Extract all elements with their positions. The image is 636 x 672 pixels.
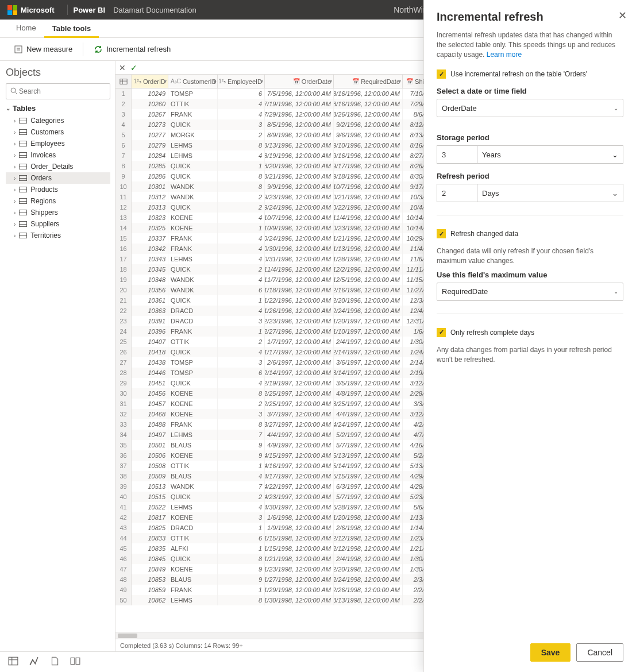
table-icon [19, 129, 27, 135]
table-icon [19, 164, 27, 169]
chevron-down-icon: ⌄ [6, 105, 10, 111]
app-name: Microsoft [21, 6, 55, 14]
chevron-right-icon: › [14, 210, 16, 216]
tree-item-suppliers[interactable]: ›Suppliers [6, 218, 110, 230]
max-field-label: Use this field's maximum value [437, 271, 623, 279]
complete-days-checkbox[interactable]: ✓ Only refresh complete days [437, 328, 623, 337]
objects-title: Objects [6, 67, 110, 79]
search-input[interactable] [6, 83, 110, 99]
chevron-right-icon: › [14, 129, 16, 136]
product-name: Power BI [74, 6, 106, 14]
svg-rect-5 [76, 658, 80, 664]
tree-item-customers[interactable]: ›Customers [6, 126, 110, 138]
accept-fx-icon[interactable]: ✓ [130, 63, 137, 72]
tree-item-orders[interactable]: ›Orders [6, 172, 110, 184]
changed-data-desc: Changed data will only refresh if your c… [437, 246, 623, 266]
svg-point-1 [11, 88, 16, 92]
refresh-changed-checkbox[interactable]: ✓ Refresh changed data [437, 229, 623, 238]
table-icon [19, 210, 27, 215]
ms-logo-icon [7, 5, 17, 15]
chevron-down-icon: ⌄ [614, 288, 618, 295]
refresh-period-label: Refresh period [437, 172, 623, 180]
table-icon [19, 175, 27, 181]
chevron-right-icon: › [14, 164, 16, 170]
max-field-select[interactable]: RequiredDate⌄ [437, 283, 623, 301]
col-orderid[interactable]: 1²₃OrderID▾ [132, 75, 168, 88]
tab-table-tools[interactable]: Table tools [44, 20, 99, 38]
doc-name: Datamart Documentation [113, 6, 196, 14]
tree-item-shippers[interactable]: ›Shippers [6, 207, 110, 218]
checkbox-icon: ✓ [437, 229, 446, 238]
use-incremental-checkbox[interactable]: ✓ Use incremental refresh on the table '… [437, 69, 623, 79]
date-field-select[interactable]: OrderDate⌄ [437, 99, 623, 117]
col-employeeid[interactable]: 1²₃EmployeeID▾ [218, 75, 265, 88]
table-icon [19, 152, 27, 158]
col-requireddate[interactable]: 📅RequiredDate▾ [334, 75, 403, 88]
objects-pane: Objects ⌄ Tables ›Categories›Customers›E… [0, 61, 115, 651]
cancel-fx-icon[interactable]: ✕ [119, 63, 126, 72]
table-icon [19, 221, 27, 227]
svg-rect-3 [9, 657, 18, 665]
measure-icon [14, 45, 23, 54]
col-customerid[interactable]: AᵦCCustomerID▾ [168, 75, 218, 88]
query-view-icon[interactable] [49, 656, 60, 668]
tree-item-regions[interactable]: ›Regions [6, 195, 110, 207]
visual-view-icon[interactable] [70, 656, 80, 668]
tree-item-territories[interactable]: ›Territories [6, 230, 110, 241]
table-icon [19, 141, 27, 146]
col-orderdate[interactable]: 📅OrderDate▾ [265, 75, 334, 88]
svg-rect-0 [15, 46, 22, 53]
chevron-right-icon: › [14, 152, 16, 159]
incremental-refresh-button[interactable]: Incremental refresh [88, 43, 176, 56]
date-field-label: Select a date or time field [437, 87, 623, 95]
tree-item-categories[interactable]: ›Categories [6, 115, 110, 126]
chevron-right-icon: › [14, 175, 16, 181]
table-icon [19, 118, 27, 123]
row-corner[interactable] [115, 75, 132, 88]
learn-more-link[interactable]: Learn more [487, 51, 522, 59]
tree-item-invoices[interactable]: ›Invoices [6, 149, 110, 161]
chevron-right-icon: › [14, 141, 16, 147]
panel-desc: Incremental refresh updates data that ha… [437, 30, 623, 59]
svg-rect-2 [120, 79, 126, 84]
chevron-right-icon: › [14, 221, 16, 227]
chevron-right-icon: › [14, 233, 16, 239]
chevron-down-icon: ⌄ [612, 189, 618, 198]
table-view-icon[interactable] [8, 656, 18, 668]
tree-item-order_details[interactable]: ›Order_Details [6, 161, 110, 172]
cancel-button[interactable]: Cancel [576, 643, 623, 662]
save-button[interactable]: Save [530, 643, 571, 662]
incremental-refresh-panel: ✕ Incremental refresh Incremental refres… [423, 0, 636, 672]
checkbox-icon: ✓ [437, 328, 446, 337]
refresh-number-input[interactable]: 2 [437, 184, 477, 202]
chevron-right-icon: › [14, 187, 16, 193]
chevron-right-icon: › [14, 118, 16, 124]
storage-unit-select[interactable]: Years⌄ [477, 145, 623, 164]
storage-number-input[interactable]: 3 [437, 145, 477, 164]
chevron-down-icon: ⌄ [614, 105, 618, 111]
tree-item-products[interactable]: ›Products [6, 184, 110, 195]
refresh-icon [94, 45, 103, 54]
tables-tree: ›Categories›Customers›Employees›Invoices… [6, 115, 110, 241]
table-icon [19, 198, 27, 204]
refresh-unit-select[interactable]: Days⌄ [477, 184, 623, 202]
chevron-down-icon: ⌄ [612, 150, 618, 159]
table-icon [19, 233, 27, 238]
search-icon [10, 87, 18, 96]
complete-days-desc: Any data changes from partial days in yo… [437, 345, 623, 365]
model-view-icon[interactable] [29, 656, 39, 668]
tables-group[interactable]: ⌄ Tables [6, 104, 110, 113]
storage-period-label: Storage period [437, 133, 623, 142]
new-measure-button[interactable]: New measure [8, 43, 78, 56]
close-panel-button[interactable]: ✕ [618, 9, 627, 22]
tab-home[interactable]: Home [8, 19, 44, 37]
checkbox-icon: ✓ [437, 69, 446, 79]
table-icon [19, 187, 27, 192]
chevron-right-icon: › [14, 198, 16, 204]
panel-title: Incremental refresh [437, 10, 623, 24]
svg-rect-4 [71, 658, 75, 664]
tree-item-employees[interactable]: ›Employees [6, 138, 110, 149]
